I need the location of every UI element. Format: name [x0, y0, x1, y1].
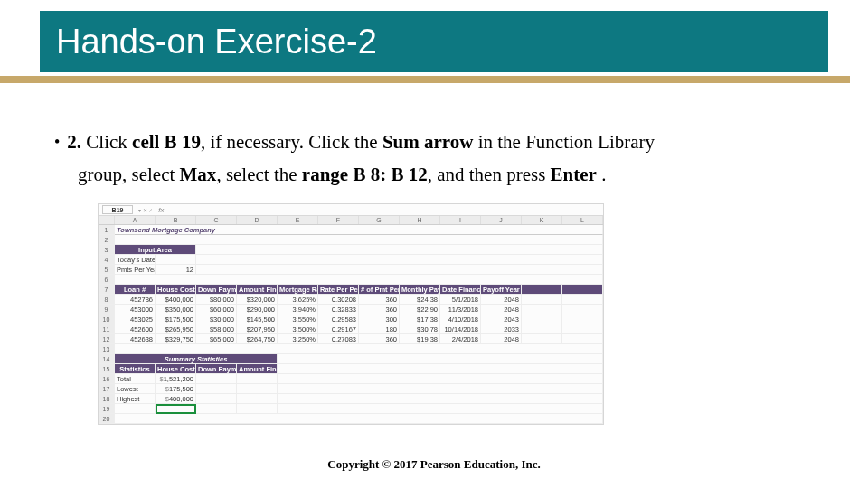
- cell-indicator-icon: ▾ ✕ ✓: [138, 207, 153, 213]
- sheet-grid: 1Townsend Mortgage Company 2 3Input Area…: [99, 225, 603, 424]
- fx-icon: fx: [158, 206, 164, 214]
- column-headers: ABCDEFGHIJKL: [99, 216, 603, 225]
- spreadsheet-screenshot: B19 ▾ ✕ ✓ fx ABCDEFGHIJKL 1Townsend Mort…: [98, 203, 604, 425]
- step-number: 2.: [67, 131, 81, 153]
- name-box: B19: [102, 205, 133, 214]
- accent-divider: [0, 76, 850, 83]
- bullet-icon: •: [54, 127, 60, 157]
- active-cell-b19: [156, 404, 196, 414]
- slide-title-bar: Hands-on Exercise-2: [40, 11, 828, 72]
- slide-title: Hands-on Exercise-2: [56, 23, 377, 61]
- copyright-footer: Copyright © 2017 Pearson Education, Inc.: [0, 457, 868, 472]
- instruction-text: • 2. Click cell B 19, if necessary. Clic…: [54, 127, 814, 191]
